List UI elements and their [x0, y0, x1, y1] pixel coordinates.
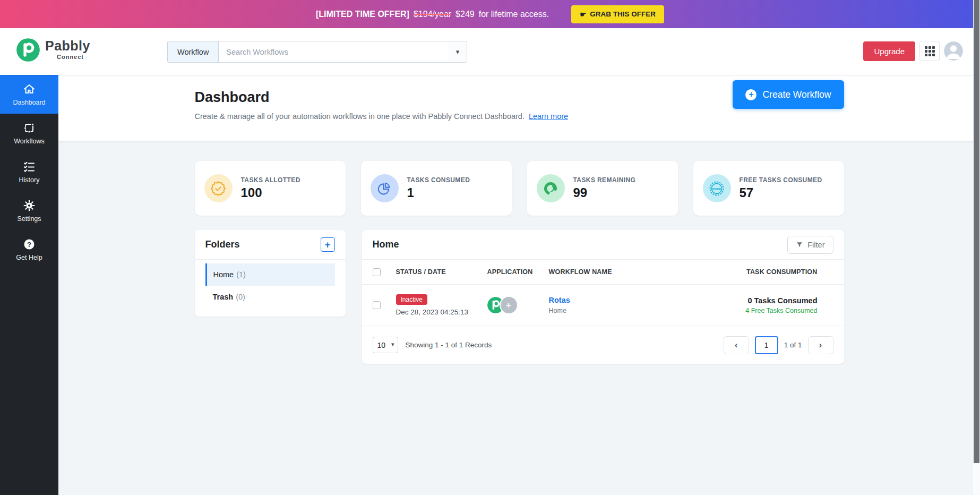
stat-card-tasks-consumed: TASKS CONSUMED 1 — [361, 161, 512, 216]
status-badge: Inactive — [396, 294, 427, 305]
select-all-checkbox[interactable] — [373, 268, 381, 276]
page-subtitle: Create & manage all of your automation w… — [195, 112, 844, 121]
workflow-searchbar: Workflow ▾ — [167, 41, 467, 63]
stat-value: 57 — [740, 185, 822, 200]
stat-card-free-tasks-consumed: FREE FREE TASKS CONSUMED 57 — [693, 161, 844, 216]
stat-label: TASKS ALLOTTED — [241, 176, 300, 184]
upgrade-button[interactable]: Upgrade — [863, 41, 915, 61]
chevron-right-icon: › — [819, 340, 822, 349]
plus-circle-icon: + — [745, 89, 757, 100]
offer-banner: [LIMITED TIME OFFER] $194/year $249 for … — [0, 0, 980, 28]
logo-subtitle: Connect — [57, 54, 90, 60]
folder-name: Trash — [213, 293, 234, 301]
sidebar-item-label: Settings — [17, 215, 41, 223]
offer-text: [LIMITED TIME OFFER] $194/year $249 for … — [316, 10, 549, 19]
search-dropdown-button[interactable]: ▾ — [449, 41, 467, 62]
folder-count: (0) — [236, 293, 245, 301]
pointing-hand-icon: ☛ — [580, 10, 586, 19]
folder-item-trash[interactable]: Trash (0) — [205, 286, 335, 308]
column-task-consumption: TASK CONSUMPTION — [706, 268, 844, 276]
help-icon: ? — [23, 238, 36, 251]
search-input[interactable] — [219, 41, 449, 62]
page-size-select[interactable]: 10 — [373, 337, 398, 353]
logo-text: Pabbly Connect — [45, 38, 90, 62]
tasks-consumed: 0 Tasks Consumed — [706, 296, 818, 305]
stat-label: FREE TASKS CONSUMED — [740, 176, 822, 184]
column-workflow-name: WORKFLOW NAME — [549, 268, 706, 276]
vertical-scrollbar[interactable] — [973, 0, 980, 495]
add-app-icon: + — [501, 297, 517, 313]
sidebar-item-history[interactable]: History — [0, 152, 58, 191]
filter-label: Filter — [807, 241, 824, 249]
stat-label: TASKS REMAINING — [573, 176, 636, 184]
folders-title: Folders — [205, 239, 240, 250]
history-icon — [23, 160, 36, 173]
main-area: Dashboard Create & manage all of your au… — [58, 75, 980, 495]
create-workflow-label: Create Workflow — [762, 89, 831, 100]
workflows-panel: Home Filter STATUS / DATE APPLICATION WO… — [362, 230, 844, 364]
new-price: $249 — [455, 10, 475, 19]
table-row: Inactive Dec 28, 2023 04:25:13 — [362, 285, 844, 326]
stat-card-tasks-remaining: TASKS REMAINING 99 — [527, 161, 678, 216]
pabbly-logo[interactable]: Pabbly Connect — [16, 38, 90, 62]
chevron-left-icon: ‹ — [735, 340, 737, 349]
scrollbar-thumb[interactable] — [974, 0, 979, 463]
stat-card-tasks-allotted: TASKS ALLOTTED 100 — [195, 161, 346, 216]
row-checkbox[interactable] — [373, 301, 381, 309]
learn-more-link[interactable]: Learn more — [529, 112, 568, 121]
workflows-icon — [23, 122, 36, 134]
avatar-icon — [944, 41, 963, 61]
settings-gear-icon — [23, 199, 36, 212]
donut-chart-icon — [537, 174, 565, 202]
free-tasks-consumed: 4 Free Tasks Consumed — [706, 307, 818, 314]
badge-check-icon — [204, 174, 233, 202]
sidebar-item-get-help[interactable]: ? Get Help — [0, 230, 58, 269]
home-icon — [23, 83, 36, 96]
sidebar-item-settings[interactable]: Settings — [0, 191, 58, 230]
table-header-row: STATUS / DATE APPLICATION WORKFLOW NAME … — [362, 260, 844, 285]
pie-chart-icon — [371, 174, 399, 202]
search-scope-label: Workflow — [168, 41, 219, 62]
row-date: Dec 28, 2023 04:25:13 — [396, 308, 487, 316]
user-avatar[interactable] — [944, 41, 963, 61]
sidebar-item-label: Dashboard — [13, 99, 45, 106]
offer-prefix: [LIMITED TIME OFFER] — [316, 10, 409, 19]
page-subtitle-text: Create & manage all of your automation w… — [195, 112, 525, 121]
caret-down-icon: ▾ — [456, 48, 460, 56]
plus-icon: + — [325, 240, 331, 250]
sidebar-item-label: History — [19, 176, 40, 184]
sidebar-item-label: Workflows — [14, 138, 44, 145]
workflow-folder: Home — [549, 307, 706, 314]
folder-list: Home (1) Trash (0) — [195, 260, 346, 317]
create-workflow-button[interactable]: + Create Workflow — [733, 80, 844, 109]
next-page-button[interactable]: › — [808, 336, 833, 354]
current-page-input[interactable] — [755, 336, 778, 354]
sidebar-item-label: Get Help — [16, 254, 42, 261]
pabbly-logo-icon — [16, 38, 40, 62]
apps-grid-button[interactable] — [919, 41, 940, 61]
pagination-bar: 10 ▾ Showing 1 - 1 of 1 Records ‹ 1 of 1 — [362, 326, 844, 364]
stat-label: TASKS CONSUMED — [407, 176, 470, 184]
header-actions: Upgrade — [863, 41, 963, 61]
filter-button[interactable]: Filter — [787, 236, 833, 254]
offer-suffix: for lifetime access. — [479, 10, 549, 19]
folders-panel: Folders + Home (1) Trash (0) — [195, 230, 346, 317]
folder-count: (1) — [236, 270, 246, 279]
sidebar-item-workflows[interactable]: Workflows — [0, 114, 58, 152]
stats-row: TASKS ALLOTTED 100 TASKS CONSUMED 1 — [195, 161, 844, 216]
grab-offer-button[interactable]: ☛ GRAB THIS OFFER — [571, 5, 664, 23]
workflow-name-link[interactable]: Rotas — [549, 296, 706, 304]
old-price: $194/year — [414, 10, 451, 19]
add-folder-button[interactable]: + — [321, 237, 335, 252]
sidebar-item-dashboard[interactable]: Dashboard — [0, 75, 58, 114]
grid-icon — [925, 46, 935, 56]
folder-item-home[interactable]: Home (1) — [205, 263, 335, 286]
sidebar-nav: Dashboard Workflows History — [0, 75, 58, 495]
logo-title: Pabbly — [45, 38, 90, 54]
svg-text:FREE: FREE — [712, 186, 721, 190]
stat-value: 99 — [573, 185, 636, 200]
stat-value: 100 — [241, 185, 300, 200]
stat-value: 1 — [407, 185, 470, 200]
column-status-date: STATUS / DATE — [396, 268, 487, 276]
prev-page-button[interactable]: ‹ — [724, 336, 749, 354]
